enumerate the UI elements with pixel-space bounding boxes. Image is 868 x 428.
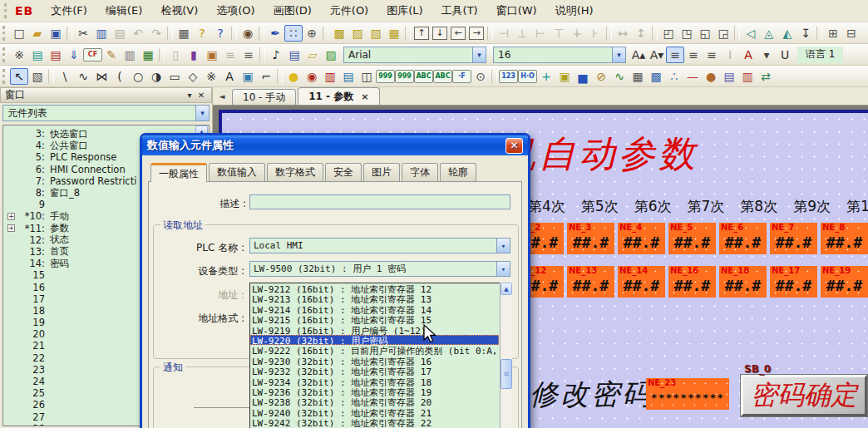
moving-shape-icon[interactable]: + xyxy=(537,68,555,85)
tree-expand-icon[interactable]: + xyxy=(7,224,15,232)
numeric-display-element[interactable]: NE_4 ##.# xyxy=(618,223,665,254)
bezier-tool-icon[interactable]: ∿ xyxy=(74,68,92,85)
import-library-icon[interactable]: ▮ xyxy=(185,47,203,63)
numeric-display-icon[interactable]: 999 xyxy=(395,70,414,83)
send-to-back-icon[interactable]: ▨ xyxy=(348,25,367,42)
numeric-input-icon[interactable]: 999 xyxy=(376,70,395,83)
tree-expand-icon[interactable] xyxy=(7,165,15,173)
pen-icon[interactable]: ✒ xyxy=(266,25,284,42)
separator[interactable] xyxy=(259,26,264,41)
separator[interactable] xyxy=(652,26,658,41)
cf-card-icon[interactable]: CF xyxy=(83,48,102,61)
dialog-tab[interactable]: 数字格式 xyxy=(267,163,323,181)
align-top-icon[interactable]: ⊤ xyxy=(550,25,568,42)
tree-expand-icon[interactable] xyxy=(7,366,15,373)
separator[interactable] xyxy=(487,26,493,41)
dialog-tab[interactable]: 一般属性 xyxy=(150,163,207,182)
panel-menu-icon[interactable]: ▾ xyxy=(184,91,195,100)
picture-tool-icon[interactable]: ▣ xyxy=(239,68,257,85)
new-icon[interactable]: □ xyxy=(10,25,28,42)
shrink-font-icon[interactable]: A▾ xyxy=(648,47,666,63)
pie-tool-icon[interactable]: ◑ xyxy=(147,68,165,85)
separator[interactable] xyxy=(606,26,612,41)
device-type-option[interactable]: LW-9232 (32bit) : 地址索引寄存器 17 xyxy=(250,366,499,376)
nudge-down-icon[interactable]: ↓ xyxy=(432,27,447,40)
numeric-display-element[interactable]: NE_6 ##.# xyxy=(719,223,767,254)
menu-item[interactable]: 文件(F) xyxy=(42,0,96,22)
dropdown-arrow-icon[interactable]: ▾ xyxy=(496,262,510,276)
text-tool-icon[interactable]: A xyxy=(220,68,239,85)
separator[interactable] xyxy=(734,26,740,41)
ellipse-tool-icon[interactable]: ○ xyxy=(129,68,147,85)
menu-item[interactable]: 窗口(W) xyxy=(487,0,546,22)
menu-item[interactable]: 元件(O) xyxy=(321,0,377,22)
tree-expand-icon[interactable] xyxy=(7,201,15,209)
align-vcenter-icon[interactable]: ⊥ xyxy=(513,25,531,42)
tree-expand-icon[interactable] xyxy=(7,354,15,362)
tree-expand-icon[interactable] xyxy=(7,248,15,255)
menu-item[interactable]: 编辑(E) xyxy=(96,0,151,22)
device-type-option[interactable]: LW-9234 (32bit) : 地址索引寄存器 18 xyxy=(250,376,499,386)
security-settings-icon[interactable]: ▤ xyxy=(47,47,65,63)
align-right-icon[interactable]: ⊢ xyxy=(531,25,550,42)
device-type-option[interactable]: LW-9222 (16bit) : 目前用户可操作的类别 (bit 0:A, b… xyxy=(250,345,499,355)
toolbar-grip[interactable] xyxy=(2,26,7,41)
scroll-up-icon[interactable]: ▲ xyxy=(501,283,512,295)
tree-expand-icon[interactable] xyxy=(7,189,15,197)
numeric-display-element[interactable]: NE_17 ##.# xyxy=(770,266,817,298)
align-bottom-icon[interactable]: ⊦ xyxy=(586,25,604,42)
tree-expand-icon[interactable] xyxy=(7,177,15,184)
meter-display-icon[interactable]: ⊘ xyxy=(592,68,610,85)
set-word-icon[interactable]: ▤ xyxy=(339,68,358,85)
tab-close-icon[interactable]: × xyxy=(361,91,368,102)
flip-vertical-icon[interactable]: ◬ xyxy=(760,25,778,42)
dropdown-scrollbar[interactable]: ▲ xyxy=(500,283,512,428)
undo-icon[interactable]: ↶ xyxy=(129,25,147,42)
dropdown-arrow-icon[interactable]: ▾ xyxy=(472,47,486,62)
rectangle-tool-icon[interactable]: ▭ xyxy=(165,68,184,85)
separator[interactable] xyxy=(405,26,411,41)
data-transfer-icon[interactable]: ⇄ xyxy=(757,68,775,85)
plc-name-select[interactable]: Local HMI ▾ xyxy=(249,238,510,253)
dialog-tab[interactable]: 轮廓 xyxy=(440,163,476,181)
toolbar-grip[interactable] xyxy=(2,69,7,84)
select-tool-icon[interactable]: ↖ xyxy=(10,68,28,85)
device-type-select[interactable]: LW-9500 (32bit) : 用户 1 密码 ▾ xyxy=(249,261,510,277)
underline-icon[interactable]: U xyxy=(776,47,794,63)
polyline-tool-icon[interactable]: ⋈ xyxy=(92,68,111,85)
align-hcenter-icon[interactable]: ∔ xyxy=(568,25,586,42)
tree-expand-icon[interactable] xyxy=(7,319,15,327)
operator-icon[interactable]: ● xyxy=(702,68,720,85)
separator[interactable] xyxy=(67,26,72,41)
open-icon[interactable]: ▰ xyxy=(28,25,47,42)
toolbar-grip[interactable] xyxy=(4,3,8,18)
copy-icon[interactable]: ▥ xyxy=(92,25,111,42)
device-type-option[interactable]: LW-9214 (16bit) : 地址索引寄存器 14 xyxy=(250,304,499,314)
numeric-display-element[interactable]: NE_19 ##.# xyxy=(821,266,868,298)
dialog-tab[interactable]: 数值输入 xyxy=(209,163,265,181)
numeric-display-element[interactable]: NE_18 ##.# xyxy=(719,266,767,298)
picture-editor-icon[interactable]: ▨ xyxy=(322,47,340,63)
tree-expand-icon[interactable] xyxy=(7,272,15,279)
cycle-label[interactable]: 第10次 xyxy=(846,197,868,216)
tree-expand-icon[interactable] xyxy=(7,378,15,386)
nudge-up-icon[interactable]: ↑ xyxy=(414,27,429,40)
dialog-title-bar[interactable]: 数值输入元件属性 ✕ xyxy=(142,135,528,155)
separator[interactable] xyxy=(323,26,328,41)
dialog-close-button[interactable]: ✕ xyxy=(506,138,523,154)
function-key-icon[interactable]: ·F xyxy=(452,70,471,83)
text-align-left-icon[interactable]: ≡ xyxy=(666,47,684,63)
event-log-icon[interactable]: ▥ xyxy=(738,68,757,85)
tree-expand-icon[interactable] xyxy=(7,390,15,397)
cycle-label[interactable]: 第9次 xyxy=(793,197,831,216)
font-size-select[interactable]: 16 ▾ xyxy=(493,47,626,63)
bring-to-front-icon[interactable]: ▩ xyxy=(330,25,348,42)
download-icon[interactable]: ⇓ xyxy=(65,47,83,63)
separator[interactable] xyxy=(259,47,265,62)
tree-expand-icon[interactable] xyxy=(7,260,15,268)
resize-right-icon[interactable]: ◳ xyxy=(678,25,696,42)
xy-plot-icon[interactable]: ∴ xyxy=(665,68,683,85)
tree-expand-icon[interactable] xyxy=(7,401,15,409)
toolbar-grip[interactable] xyxy=(2,47,7,62)
tree-expand-icon[interactable] xyxy=(7,425,15,426)
